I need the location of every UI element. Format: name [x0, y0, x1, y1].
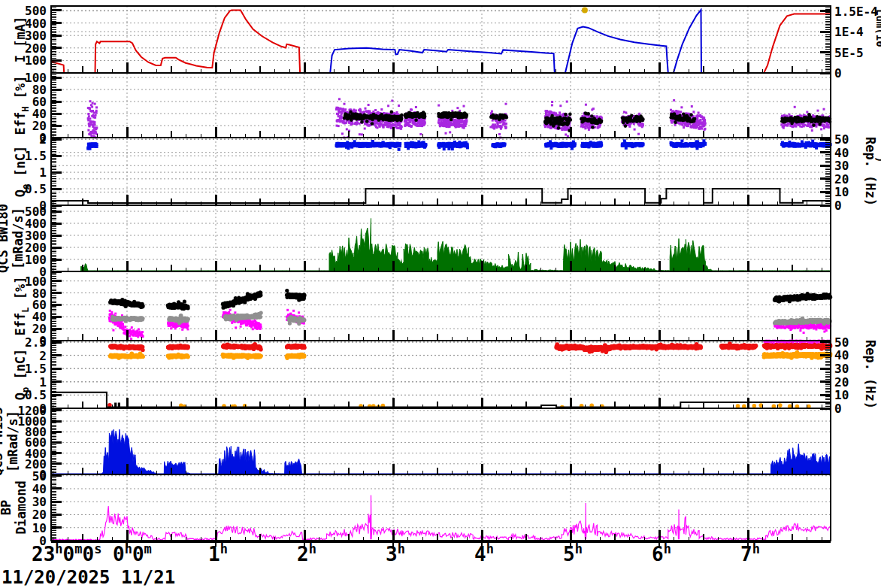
svg-text:2.5: 2.5: [25, 335, 47, 350]
panel-ticks-q-p: [51, 341, 831, 408]
axis-title-right-q-e: Rep. (Hz): [863, 137, 878, 206]
svg-text:100: 100: [25, 71, 47, 85]
axis-title-qcs-bw180-1: [mRad/s]: [11, 208, 26, 269]
series-rep-rate-e: [51, 189, 831, 203]
svg-text:1: 1: [39, 375, 47, 389]
svg-text:30: 30: [834, 362, 849, 376]
svg-text:200: 200: [25, 41, 47, 56]
panel-qcs-bw180: 0100200300400500QCS BW180[mRad/s]: [0, 204, 831, 279]
series-ler-current: [51, 10, 831, 73]
time-label: 5h: [563, 541, 583, 565]
svg-text:40: 40: [834, 348, 849, 362]
svg-text:20: 20: [834, 172, 849, 186]
svg-text:100: 100: [25, 274, 47, 289]
panel-eff-l: 020406080100EffL [%]: [13, 271, 832, 348]
svg-text:20: 20: [32, 508, 47, 522]
strip-chart-canvas: 10020030040050005E-51E-41.5E-4I [mA]0204…: [0, 0, 881, 588]
time-label: 4h: [474, 541, 494, 565]
series-qp-points: [107, 341, 832, 407]
svg-text:300: 300: [25, 29, 47, 43]
svg-text:1.5: 1.5: [25, 149, 47, 163]
svg-text:): ): [874, 156, 881, 162]
svg-text:0: 0: [834, 402, 842, 416]
series-fw155-loss: [51, 429, 831, 474]
series-eff-l-top-points: [108, 289, 832, 311]
time-label: 1h: [208, 541, 228, 565]
panel-tick-labels-bp-diamond: 01020304050: [32, 469, 47, 548]
svg-text:500: 500: [25, 4, 47, 18]
svg-text:Lum(10: Lum(10: [874, 9, 881, 47]
svg-text:500: 500: [25, 205, 47, 219]
time-label: 23h0m0s: [32, 541, 101, 565]
svg-text:1E-4: 1E-4: [834, 25, 864, 39]
svg-text:0: 0: [834, 66, 842, 80]
svg-text:100: 100: [25, 53, 47, 68]
svg-text:1.5E-4: 1.5E-4: [834, 5, 878, 19]
svg-text:50: 50: [834, 132, 849, 147]
panel-ticks-beam-current: [51, 6, 831, 73]
panel-tick-labels-qcs-bw180: 0100200300400500: [25, 205, 47, 279]
axis-title-qcs-bw180-0: QCS BW180: [0, 204, 11, 273]
axis-title-beam-current-0: I [mA]: [13, 17, 28, 62]
time-label: 0h0m: [113, 541, 152, 565]
time-label: 7h: [740, 541, 760, 565]
series-rep-rate-p: [51, 393, 831, 408]
svg-text:10: 10: [834, 388, 849, 402]
panel-ticks-eff-h: [51, 73, 822, 138]
series-qe-points: [86, 139, 831, 151]
series-stray-point: [582, 8, 588, 14]
svg-text:400: 400: [25, 17, 47, 31]
svg-text:30: 30: [32, 495, 47, 509]
series-bw180-loss: [81, 219, 831, 272]
svg-text:5E-5: 5E-5: [834, 46, 864, 60]
svg-text:2: 2: [39, 349, 47, 363]
svg-text:0: 0: [834, 199, 842, 213]
svg-text:20: 20: [834, 375, 849, 389]
svg-text:30: 30: [834, 159, 849, 173]
svg-text:50: 50: [834, 335, 849, 350]
svg-text:1200: 1200: [17, 404, 47, 418]
time-label: 2h: [297, 541, 316, 565]
svg-text:10: 10: [32, 521, 47, 535]
axis-title-bp-diamond-0: BP: [0, 500, 14, 515]
svg-text:40: 40: [32, 482, 47, 496]
panel-ticks-qcs-fw155: [51, 408, 822, 474]
panel-qcs-fw155: 020040060080010001200QCS FW155[mRad/s]: [0, 404, 831, 482]
panel-bp-diamond: 01020304050BPDiamond: [0, 469, 831, 548]
bottom-axis: [51, 540, 831, 547]
svg-text:40: 40: [834, 146, 849, 160]
svg-text:1.5: 1.5: [25, 362, 47, 376]
axis-title-right-q-p: Rep. (Hz): [863, 340, 878, 409]
svg-text:10: 10: [834, 185, 849, 199]
svg-text:1: 1: [39, 165, 47, 180]
date-range-label: 11/20/2025 11/21: [2, 567, 175, 588]
svg-text:50: 50: [32, 469, 47, 483]
panel-tick-labels-beam-current: 10020030040050005E-51E-41.5E-4: [25, 4, 878, 80]
time-label: 3h: [386, 541, 405, 565]
series-eff-l-mid-points: [111, 311, 832, 326]
time-label: 6h: [652, 541, 671, 565]
axis-title-bp-diamond-1: Diamond: [14, 480, 29, 535]
panel-ticks-bp-diamond: [51, 474, 822, 541]
panel-beam-current: 10020030040050005E-51E-41.5E-4I [mA]: [13, 4, 878, 80]
axis-title-qcs-fw155-0: QCS FW155: [0, 407, 5, 476]
svg-text:2: 2: [39, 132, 47, 147]
panel-ticks-q-e: [51, 138, 831, 205]
axis-title-qcs-fw155-1: [mRad/s]: [5, 411, 20, 472]
x-axis-labels: 23h0m0s0h0m1h2h3h4h5h6h7h: [32, 541, 760, 565]
series-her-current: [51, 11, 831, 73]
panel-eff-h: 020406080100EffH [%]: [13, 71, 831, 145]
strip-chart-page: 10020030040050005E-51E-41.5E-4I [mA]0204…: [0, 0, 881, 588]
